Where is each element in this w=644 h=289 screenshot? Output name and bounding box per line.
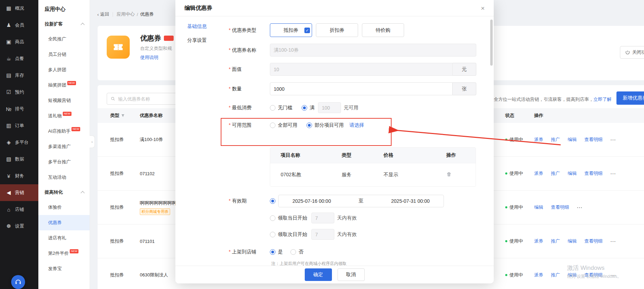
date-range-picker[interactable]: 2025-07-16 00:00 至 2025-07-31 00:00 (278, 195, 444, 207)
end-date: 2025-07-31 00:00 (391, 198, 430, 204)
submenu-item[interactable]: 多渠道推广 (38, 139, 90, 154)
detail-link[interactable]: 查看明细 (584, 238, 603, 244)
submenu-item[interactable]: 互动活动 (38, 170, 90, 185)
sidebar-item[interactable]: ☑ 预约 (0, 84, 38, 101)
back-link[interactable]: ‹返回 (97, 11, 109, 17)
submenu-item[interactable]: 抽奖拼团NEW (38, 77, 90, 93)
no-threshold-option[interactable]: 无门槛 (270, 105, 293, 111)
radio-icon[interactable] (306, 123, 312, 128)
filter-icon[interactable] (121, 114, 125, 118)
dispatch-link[interactable]: 派券 (534, 238, 543, 244)
submenu-item[interactable]: 发券宝 (38, 261, 90, 276)
detail-link[interactable]: 查看明细 (584, 272, 603, 278)
modal-scrollbar[interactable] (490, 20, 493, 66)
dispatch-link[interactable]: 派券 (534, 136, 543, 143)
sidebar-item[interactable]: ▧ 数据 (0, 151, 38, 168)
cancel-button[interactable]: 取消 (338, 268, 365, 281)
edit-link[interactable]: 编辑 (568, 136, 577, 143)
submenu-item[interactable]: 进店有礼 (38, 230, 90, 246)
more-actions-icon[interactable]: ⋯ (610, 136, 616, 143)
date-range-radio[interactable] (270, 198, 275, 204)
more-actions-icon[interactable]: ⋯ (610, 170, 616, 177)
sidebar-item[interactable]: ▣ 商品 (0, 34, 38, 50)
submenu-item[interactable]: 全民推广 (38, 31, 90, 47)
close-icon[interactable]: × (481, 5, 485, 12)
edit-link[interactable]: 编辑 (534, 204, 543, 210)
validity-next-day-row: 领取次日开始 天内有效 (229, 229, 482, 240)
shelf-yes-option[interactable]: 是 (270, 249, 283, 255)
sidebar-item[interactable]: ▥ 订单 (0, 117, 38, 134)
min-amount-option[interactable]: 满 (302, 105, 315, 111)
radio-icon[interactable] (302, 105, 307, 111)
sidebar-item[interactable]: ◀ 营销 (0, 184, 38, 201)
radio-icon[interactable] (270, 249, 275, 255)
radio-icon[interactable] (270, 105, 275, 111)
detail-link[interactable]: 查看明细 (551, 204, 569, 210)
breadcrumb-parent[interactable]: 应用中心 (116, 11, 135, 17)
submenu-item[interactable]: 体验价 (38, 200, 90, 215)
edit-link[interactable]: 编辑 (568, 238, 577, 244)
next-day-option[interactable]: 领取次日开始 (270, 231, 307, 238)
promote-link[interactable]: 推广 (551, 170, 560, 177)
tab-basic-info[interactable]: 基础信息 (175, 19, 222, 33)
partial-items-option[interactable]: 部分项目可用 (306, 122, 344, 128)
detail-link[interactable]: 查看明细 (584, 136, 603, 143)
coupon-type-option[interactable]: 折扣券 (316, 23, 358, 37)
delete-icon[interactable] (446, 172, 452, 177)
submenu-item[interactable]: 短视频营销 (38, 93, 90, 108)
radio-icon[interactable] (270, 232, 275, 237)
coupon-type-option[interactable]: 抵扣券 (270, 23, 312, 37)
submenu-item[interactable]: 第2件半价NEW (38, 246, 90, 261)
same-day-option[interactable]: 领取当日开始 (270, 215, 307, 221)
submenu-item[interactable]: 多人拼团 (38, 62, 90, 77)
edit-link[interactable]: 编辑 (568, 272, 577, 278)
new-badge: NEW (63, 112, 71, 116)
promote-link[interactable]: 推广 (551, 272, 560, 278)
radio-icon[interactable] (270, 123, 275, 128)
dispatch-link[interactable]: 派券 (534, 170, 543, 177)
promote-link[interactable]: 推广 (551, 136, 560, 143)
sidebar-item[interactable]: ¥ 财务 (0, 168, 38, 184)
submenu-item[interactable]: AI店推助手NEW (38, 124, 90, 139)
section-header-conversion[interactable]: 提高转化 (38, 185, 90, 200)
more-actions-icon[interactable]: ⋯ (610, 272, 616, 279)
learn-more-link[interactable]: 立即了解 (593, 97, 612, 102)
coupon-name-input (270, 44, 476, 57)
tab-share-settings[interactable]: 分享设置 (175, 33, 222, 47)
more-actions-icon[interactable]: ⋯ (577, 204, 582, 211)
usage-guide-link[interactable]: 使用说明 (140, 54, 158, 61)
more-actions-icon[interactable]: ⋯ (610, 238, 616, 245)
section-header-acquisition[interactable]: 拉新扩客 (38, 17, 90, 31)
edit-link[interactable]: 编辑 (568, 170, 577, 177)
coupon-type-option[interactable]: 特价购 (362, 23, 404, 37)
quantity-input[interactable] (270, 82, 453, 95)
all-items-option[interactable]: 全部可用 (270, 122, 297, 128)
submenu-item[interactable]: 员工分销 (38, 47, 90, 62)
collapse-chevron-icon[interactable] (81, 191, 84, 195)
sidebar-item[interactable]: ♟ 会员 (0, 17, 38, 34)
collapse-chevron-icon[interactable] (81, 23, 84, 27)
sidebar-item[interactable]: ▤ 库存 (0, 67, 38, 84)
add-coupon-button[interactable]: 新增优惠券 (616, 91, 644, 105)
sidebar-item[interactable]: ☕ 点餐 (0, 50, 38, 67)
submenu-item[interactable]: 多平台推广 (38, 154, 90, 170)
radio-icon[interactable] (270, 215, 275, 221)
radio-icon[interactable] (290, 249, 296, 255)
sidebar-item[interactable]: № 排号 (0, 101, 38, 117)
submenu-item[interactable]: 送礼物NEW (38, 108, 90, 124)
sidebar-item[interactable]: ⌂ 店铺 (0, 201, 38, 218)
dispatch-link[interactable]: 派券 (534, 272, 543, 278)
sidebar-item[interactable]: ◈ 多平台 (0, 134, 38, 151)
promote-link[interactable]: 推广 (551, 238, 560, 244)
shelf-no-option[interactable]: 否 (290, 249, 303, 255)
submenu-item[interactable]: 优惠券 (38, 215, 90, 230)
sidebar-item[interactable]: ☸ 设置 (0, 218, 38, 235)
sidebar-collapse-handle[interactable]: ‹ (90, 135, 95, 148)
detail-link[interactable]: 查看明细 (584, 170, 603, 177)
customer-service-button[interactable] (11, 275, 25, 289)
select-items-link[interactable]: 请选择 (349, 122, 364, 128)
close-feature-button[interactable]: 关闭功能 (620, 46, 644, 59)
sidebar-item[interactable]: ▦ 概况 (0, 0, 38, 17)
hot-badge (164, 36, 174, 41)
confirm-button[interactable]: 确定 (305, 268, 332, 281)
